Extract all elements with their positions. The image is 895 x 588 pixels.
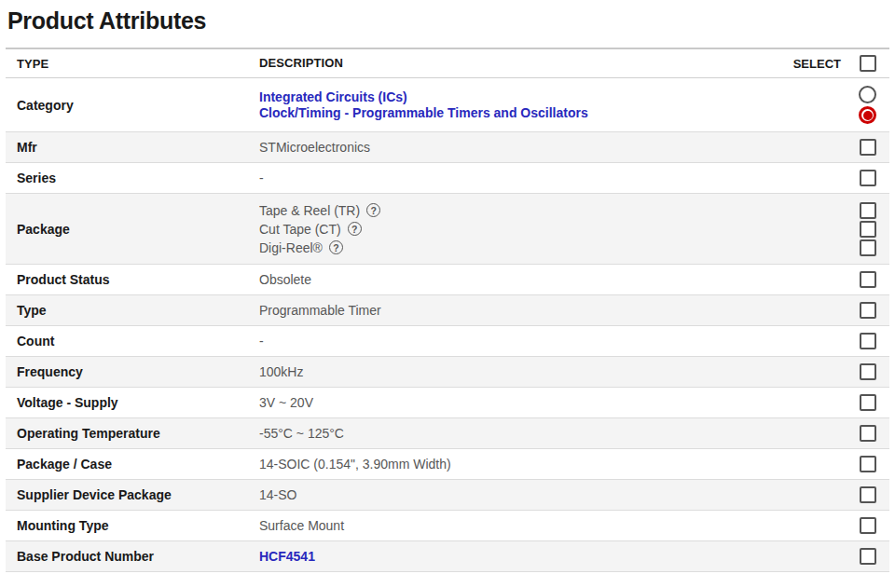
select-checkbox-product-status[interactable]: [860, 271, 876, 288]
select-checkbox-mfr[interactable]: [860, 139, 876, 156]
package-checkbox-group: [860, 202, 876, 256]
package-option-label: Digi-Reel®: [259, 239, 323, 257]
package-option-digi-reel: Digi-Reel® ?: [259, 239, 860, 257]
attr-label-supplier-device-package: Supplier Device Package: [17, 487, 259, 502]
table-row: Supplier Device Package 14-SO: [6, 480, 889, 511]
table-header-row: TYPE DESCRIPTION SELECT: [6, 49, 889, 78]
select-checkbox-supplier-device-package[interactable]: [860, 486, 876, 503]
attr-value-product-status: Obsolete: [259, 271, 860, 288]
category-radio-selected[interactable]: [859, 106, 876, 124]
attr-label-base-product-number: Base Product Number: [17, 549, 259, 564]
package-option-tape-reel: Tape & Reel (TR) ?: [259, 201, 860, 220]
help-icon[interactable]: ?: [348, 222, 362, 236]
select-checkbox-digi-reel[interactable]: [860, 239, 876, 256]
attr-value-series: -: [259, 170, 860, 186]
table-row: Base Product Number HCF4541: [6, 541, 889, 572]
attr-label-mfr: Mfr: [17, 140, 259, 155]
select-checkbox-tape-reel[interactable]: [860, 202, 876, 219]
attr-label-operating-temperature: Operating Temperature: [17, 426, 259, 441]
attr-value-supplier-device-package: 14-SO: [259, 486, 860, 503]
attr-label-mounting-type: Mounting Type: [17, 518, 259, 533]
attr-label-package-case: Package / Case: [17, 457, 259, 472]
select-checkbox-count[interactable]: [860, 333, 876, 349]
product-attributes-table: TYPE DESCRIPTION SELECT Category Integra…: [6, 48, 889, 572]
header-select-label: SELECT: [793, 57, 841, 71]
attr-label-voltage-supply: Voltage - Supply: [17, 395, 259, 410]
table-row: Voltage - Supply 3V ~ 20V: [6, 388, 889, 418]
package-option-cut-tape: Cut Tape (CT) ?: [259, 220, 860, 239]
package-options: Tape & Reel (TR) ? Cut Tape (CT) ? Digi-…: [259, 201, 860, 257]
category-link-1[interactable]: Integrated Circuits (ICs): [259, 89, 859, 105]
select-all-checkbox[interactable]: [860, 55, 876, 72]
attr-label-category: Category: [17, 98, 259, 113]
attr-value-type: Programmable Timer: [259, 302, 860, 319]
page-title: Product Attributes: [7, 7, 889, 34]
select-checkbox-base-product-number[interactable]: [860, 548, 876, 565]
attr-value-package-case: 14-SOIC (0.154", 3.90mm Width): [259, 456, 860, 472]
product-attributes-page: Product Attributes TYPE DESCRIPTION SELE…: [0, 0, 895, 572]
select-checkbox-mounting-type[interactable]: [860, 517, 876, 534]
attr-label-count: Count: [17, 334, 259, 349]
attr-value-voltage-supply: 3V ~ 20V: [259, 394, 860, 411]
package-option-label: Tape & Reel (TR): [259, 201, 360, 220]
attr-value-count: -: [259, 333, 860, 349]
header-type: TYPE: [17, 57, 259, 71]
attr-label-type: Type: [17, 303, 259, 318]
category-radio-unselected[interactable]: [859, 86, 876, 103]
select-checkbox-operating-temperature[interactable]: [860, 425, 876, 442]
table-row: Series -: [6, 163, 889, 194]
category-radio-group: [859, 86, 876, 124]
table-row: Mfr STMicroelectronics: [6, 132, 889, 163]
select-checkbox-frequency[interactable]: [860, 363, 876, 380]
help-icon[interactable]: ?: [366, 203, 380, 217]
attr-value-mounting-type: Surface Mount: [259, 517, 860, 534]
table-row: Frequency 100kHz: [6, 357, 889, 388]
select-checkbox-package-case[interactable]: [860, 456, 876, 472]
category-link-2[interactable]: Clock/Timing - Programmable Timers and O…: [259, 105, 859, 121]
table-row: Category Integrated Circuits (ICs) Clock…: [6, 78, 889, 132]
attr-label-frequency: Frequency: [17, 364, 259, 379]
help-icon[interactable]: ?: [329, 240, 343, 254]
base-product-number-link[interactable]: HCF4541: [259, 549, 315, 564]
table-row: Product Status Obsolete: [6, 265, 889, 295]
attr-label-package: Package: [17, 222, 259, 237]
table-row: Operating Temperature -55°C ~ 125°C: [6, 418, 889, 449]
base-product-number-cell: HCF4541: [259, 548, 860, 565]
attr-value-mfr: STMicroelectronics: [259, 139, 860, 156]
table-row: Count -: [6, 326, 889, 357]
select-checkbox-series[interactable]: [860, 170, 876, 186]
select-checkbox-voltage-supply[interactable]: [860, 394, 876, 411]
header-select: SELECT: [793, 55, 876, 72]
table-row: Mounting Type Surface Mount: [6, 511, 889, 541]
table-row: Package / Case 14-SOIC (0.154", 3.90mm W…: [6, 449, 889, 480]
table-row: Type Programmable Timer: [6, 295, 889, 326]
table-row: Package Tape & Reel (TR) ? Cut Tape (CT)…: [6, 194, 889, 265]
select-checkbox-type[interactable]: [860, 302, 876, 319]
package-option-label: Cut Tape (CT): [259, 220, 341, 239]
select-checkbox-cut-tape[interactable]: [860, 221, 876, 238]
attr-value-frequency: 100kHz: [259, 363, 860, 380]
attr-label-series: Series: [17, 171, 259, 185]
header-description: DESCRIPTION: [259, 55, 793, 72]
category-links: Integrated Circuits (ICs) Clock/Timing -…: [259, 89, 859, 121]
attr-label-product-status: Product Status: [17, 272, 259, 287]
attr-value-operating-temperature: -55°C ~ 125°C: [259, 425, 860, 442]
